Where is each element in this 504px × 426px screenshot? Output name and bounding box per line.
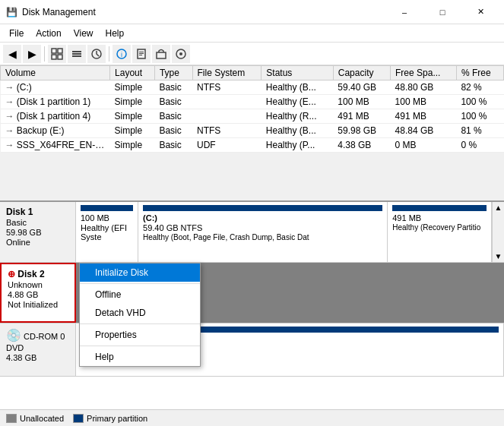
title-bar-left: 💾 Disk Management [6,7,96,17]
close-button[interactable]: ✕ [463,5,498,20]
table-row[interactable]: → Backup (E:) Simple Basic NTFS Healthy … [1,124,504,138]
cell-capacity: 491 MB [333,109,390,124]
cell-layout: Simple [110,80,155,95]
volume-table: Volume Layout Type File System Status Ca… [0,65,504,153]
cell-type: Basic [154,109,192,124]
legend-primary-box [73,414,84,423]
svg-rect-5 [72,53,81,55]
back-button[interactable]: ◀ [3,45,21,63]
disk1-p1-label: 100 MB [81,213,133,222]
disk1-p3-status: Healthy (Recovery Partitio [392,223,487,232]
table-scroll[interactable]: Volume Layout Type File System Status Ca… [0,65,504,200]
cdrom0-size: 4.38 GB [6,353,69,362]
menu-file[interactable]: File [3,27,30,40]
disk1-partition-recovery[interactable]: 491 MB Healthy (Recovery Partitio [388,202,492,262]
volume-table-area: Volume Layout Type File System Status Ca… [0,65,504,202]
disk2-info: ⊕ Disk 2 Unknown 4.88 GB Not Initialized [0,263,76,323]
cell-type: Basic [154,138,192,153]
toolbar-btn-3[interactable] [48,45,66,63]
cell-status: Healthy (R... [262,109,333,124]
disk1-partition-efi[interactable]: 100 MB Healthy (EFI Syste [76,202,138,262]
cell-capacity: 59.40 GB [333,80,390,95]
svg-rect-4 [72,51,81,52]
menu-help[interactable]: Help [100,27,131,40]
disk2-row: ⊕ Disk 2 Unknown 4.88 GB Not Initialized… [0,263,504,323]
context-menu-help[interactable]: Help [80,348,200,366]
toolbar-btn-9[interactable] [172,45,190,63]
context-menu-offline[interactable]: Offline [80,286,200,304]
toolbar-btn-6[interactable]: i [113,45,131,63]
cell-type: Basic [154,80,192,95]
cell-fs: NTFS [192,80,262,95]
disk-area: Disk 1 Basic 59.98 GB Online 100 MB Heal… [0,202,504,409]
table-row[interactable]: → SSS_X64FRE_EN-U... Simple Basic UDF He… [1,138,504,153]
cell-fs: UDF [192,138,262,153]
cdrom0-info: 💿 CD-ROM 0 DVD 4.38 GB [0,323,76,376]
table-row[interactable]: → (Disk 1 partition 4) Simple Basic Heal… [1,109,504,124]
legend-unallocated-label: Unallocated [20,414,64,423]
cell-free: 100 MB [391,95,457,109]
table-header-row: Volume Layout Type File System Status Ca… [1,66,504,80]
cdrom0-type: DVD [6,343,69,352]
svg-rect-13 [139,55,142,55]
context-menu-detach[interactable]: Detach VHD [80,304,200,322]
toolbar: ◀ ▶ i [0,43,504,65]
toolbar-btn-4[interactable] [68,45,86,63]
forward-button[interactable]: ▶ [23,45,41,63]
disk1-partitions: 100 MB Healthy (EFI Syste (C:) 59.40 GB … [76,202,492,262]
disk1-p2-size: 59.40 GB NTFS [143,223,382,232]
cell-layout: Simple [110,109,155,124]
cell-status: Healthy (E... [262,95,333,109]
disk-area-scrollbar[interactable]: ▲ ▼ [492,202,504,262]
svg-rect-2 [52,55,56,59]
cell-layout: Simple [110,138,155,153]
svg-rect-6 [72,55,81,57]
cell-status: Healthy (P... [262,138,333,153]
cell-free: 48.84 GB [391,124,457,138]
disk1-info: Disk 1 Basic 59.98 GB Online [0,202,76,262]
svg-rect-0 [52,49,56,53]
context-sep-3 [80,346,200,346]
toolbar-btn-8[interactable] [152,45,170,63]
cell-pct: 0 % [456,138,503,153]
cell-free: 491 MB [391,109,457,124]
col-header-layout: Layout [110,66,155,80]
legend-unallocated: Unallocated [6,414,64,423]
disk1-p3-label: 491 MB [392,213,487,222]
toolbar-btn-5[interactable] [87,45,106,63]
cell-volume: → (Disk 1 partition 4) [1,109,110,124]
col-header-status: Status [262,66,333,80]
cell-volume: → SSS_X64FRE_EN-U... [1,138,110,153]
cell-volume: → (C:) [1,80,110,95]
toolbar-sep-2 [109,46,109,62]
maximize-button[interactable]: □ [425,5,460,20]
cell-fs [192,95,262,109]
svg-rect-3 [58,55,62,59]
legend-primary-label: Primary partition [87,414,147,423]
cell-pct: 100 % [456,95,503,109]
toolbar-btn-7[interactable] [132,45,151,63]
cdrom0-name: 💿 CD-ROM 0 [6,328,69,342]
disk1-status: Online [6,238,69,247]
context-sep-2 [80,323,200,324]
disk1-partition-c[interactable]: (C:) 59.40 GB NTFS Healthy (Boot, Page F… [138,202,388,262]
cell-capacity: 59.98 GB [333,124,390,138]
legend-bar: Unallocated Primary partition [0,409,504,426]
menu-action[interactable]: Action [30,27,67,40]
minimize-button[interactable]: – [387,5,422,20]
table-row[interactable]: → (Disk 1 partition 1) Simple Basic Heal… [1,95,504,109]
context-menu-properties[interactable]: Properties [80,326,200,344]
cell-free: 48.80 GB [391,80,457,95]
col-header-volume: Volume [1,66,110,80]
toolbar-sep-1 [44,46,45,62]
table-row[interactable]: → (C:) Simple Basic NTFS Healthy (B... 5… [1,80,504,95]
title-bar: 💾 Disk Management – □ ✕ [0,0,504,24]
title-controls: – □ ✕ [387,5,498,20]
context-menu-initialize[interactable]: Initialize Disk [80,263,200,282]
disk2-type: Unknown [8,280,68,289]
cell-capacity: 4.38 GB [333,138,390,153]
svg-rect-14 [157,52,166,58]
cell-type: Basic [154,124,192,138]
menu-view[interactable]: View [68,27,100,40]
disk2-status: Not Initialized [8,300,68,309]
